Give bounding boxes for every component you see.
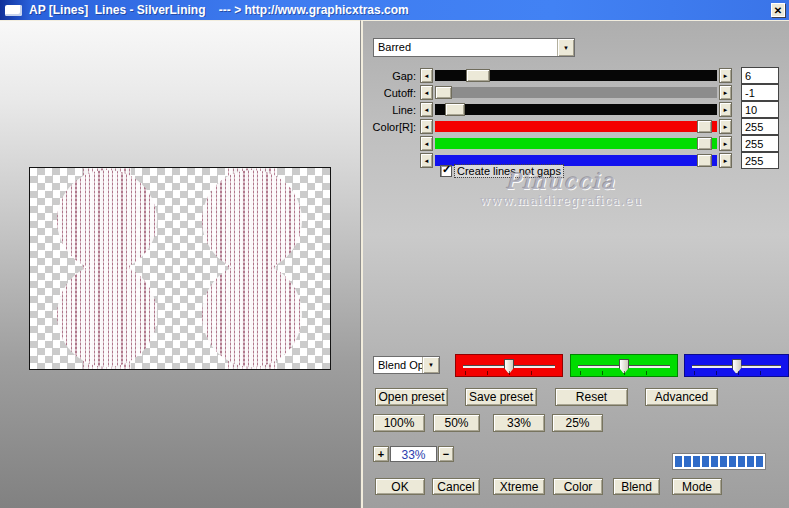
parameter-sliders: Gap:◄►6Cutoff:◄►-1Line:◄►10Color[R]:◄►25… (361, 67, 789, 169)
slider-label: Line: (361, 104, 420, 116)
slider-left-arrow-icon[interactable]: ◄ (420, 119, 433, 134)
slider-value-box[interactable]: 10 (741, 101, 779, 118)
slider-right-arrow-icon[interactable]: ► (719, 102, 732, 117)
slider-track[interactable] (435, 70, 717, 81)
param-slider-row: Color[R]:◄►255 (361, 118, 789, 135)
blend-slider-thumb[interactable] (732, 359, 742, 374)
slider-right-arrow-icon[interactable]: ► (719, 136, 732, 151)
blend-channel-blue[interactable] (684, 354, 789, 377)
create-lines-checkbox-row: ✓ Create lines not gaps (440, 165, 563, 177)
title-bar: AP [Lines] Lines - SilverLining --- > ht… (0, 0, 789, 20)
controls-panel: Barred ▼ Gap:◄►6Cutoff:◄►-1Line:◄►10Colo… (361, 20, 789, 508)
dropdown-arrow-icon[interactable]: ▼ (557, 39, 574, 56)
blend-slider-thumb[interactable] (504, 359, 514, 374)
close-button[interactable]: ✕ (771, 3, 785, 17)
slider-thumb[interactable] (445, 103, 465, 116)
slider-thumb[interactable] (435, 86, 452, 99)
pattern-cluster (52, 168, 162, 369)
pattern-blob (57, 170, 157, 271)
create-lines-checkbox[interactable]: ✓ (440, 165, 452, 177)
preset-reset-button[interactable]: Reset (555, 388, 628, 406)
action-blend-button[interactable]: Blend (613, 478, 660, 495)
slider-label: Gap: (361, 70, 420, 82)
progress-segment (684, 456, 691, 467)
slider-right-arrow-icon[interactable]: ► (719, 85, 732, 100)
slider-track[interactable] (435, 104, 717, 115)
zoom-out-button[interactable]: − (438, 446, 454, 462)
pattern-blob (202, 263, 302, 367)
slider-label: Color[R]: (361, 121, 420, 133)
param-slider-row: Cutoff:◄►-1 (361, 84, 789, 101)
blend-options-dropdown-value: Blend Opti (374, 357, 422, 373)
slider-left-arrow-icon[interactable]: ◄ (420, 85, 433, 100)
progress-segment (738, 456, 745, 467)
progress-segment (756, 456, 763, 467)
blend-channel-green[interactable] (570, 354, 678, 377)
preview-image[interactable] (29, 167, 331, 370)
slider-right-arrow-icon[interactable]: ► (719, 119, 732, 134)
param-slider-row: ◄►255 (361, 152, 789, 169)
slider-thumb[interactable] (697, 137, 712, 150)
param-slider-row: Gap:◄►6 (361, 67, 789, 84)
slider-label: Cutoff: (361, 87, 420, 99)
slider-left-arrow-icon[interactable]: ◄ (420, 68, 433, 83)
zoom-33--button[interactable]: 33% (493, 414, 545, 432)
zoom-50--button[interactable]: 50% (433, 414, 480, 432)
slider-value-box[interactable]: 255 (741, 135, 779, 152)
action-color-button[interactable]: Color (553, 478, 603, 495)
slider-thumb[interactable] (697, 154, 712, 167)
preset-advanced-button[interactable]: Advanced (645, 388, 718, 406)
app-icon (5, 5, 22, 16)
slider-value-box[interactable]: -1 (741, 84, 779, 101)
progress-segment (729, 456, 736, 467)
param-slider-row: ◄►255 (361, 135, 789, 152)
action-cancel-button[interactable]: Cancel (432, 478, 480, 495)
zoom-25--button[interactable]: 25% (552, 414, 603, 432)
slider-left-arrow-icon[interactable]: ◄ (420, 102, 433, 117)
blend-channel-red[interactable] (455, 354, 563, 377)
preset-dropdown[interactable]: Barred ▼ (373, 38, 575, 57)
slider-value-box[interactable]: 6 (741, 67, 779, 84)
preset-dropdown-value: Barred (374, 39, 557, 56)
slider-value-box[interactable]: 255 (741, 118, 779, 135)
slider-right-arrow-icon[interactable]: ► (719, 68, 732, 83)
progress-segment (693, 456, 700, 467)
slider-track[interactable] (435, 87, 717, 98)
progress-segment (747, 456, 754, 467)
slider-value-box[interactable]: 255 (741, 152, 779, 169)
zoom-100--button[interactable]: 100% (373, 414, 425, 432)
preset-save-preset-button[interactable]: Save preset (465, 388, 537, 406)
slider-left-arrow-icon[interactable]: ◄ (420, 153, 433, 168)
action-xtreme-button[interactable]: Xtreme (493, 478, 545, 495)
param-slider-row: Line:◄►10 (361, 101, 789, 118)
slider-left-arrow-icon[interactable]: ◄ (420, 136, 433, 151)
blend-options-dropdown[interactable]: Blend Opti ▼ (373, 356, 440, 374)
window-title: AP [Lines] Lines - SilverLining --- > ht… (29, 3, 771, 17)
slider-track[interactable] (435, 138, 717, 149)
progress-segment (702, 456, 709, 467)
pattern-blob (57, 263, 157, 367)
slider-right-arrow-icon[interactable]: ► (719, 153, 732, 168)
create-lines-checkbox-label[interactable]: Create lines not gaps (455, 165, 563, 177)
watermark-url: www.maidiregrafica.eu (421, 194, 701, 208)
blend-slider-thumb[interactable] (619, 359, 629, 374)
dropdown-arrow-icon[interactable]: ▼ (422, 357, 439, 373)
progress-segment (711, 456, 718, 467)
progress-segment (675, 456, 682, 467)
zoom-in-button[interactable]: + (373, 446, 389, 462)
action-ok-button[interactable]: OK (375, 478, 425, 495)
slider-thumb[interactable] (697, 120, 712, 133)
slider-track[interactable] (435, 121, 717, 132)
pattern-cluster (197, 168, 307, 369)
slider-thumb[interactable] (466, 69, 490, 82)
progress-bar (672, 453, 766, 470)
progress-segment (720, 456, 727, 467)
preset-open-preset-button[interactable]: Open preset (375, 388, 448, 406)
check-icon: ✓ (442, 163, 451, 176)
zoom-level-value: 33% (390, 446, 437, 462)
preview-panel (0, 20, 361, 508)
action-mode-button[interactable]: Mode (672, 478, 722, 495)
pattern-blob (202, 170, 302, 271)
